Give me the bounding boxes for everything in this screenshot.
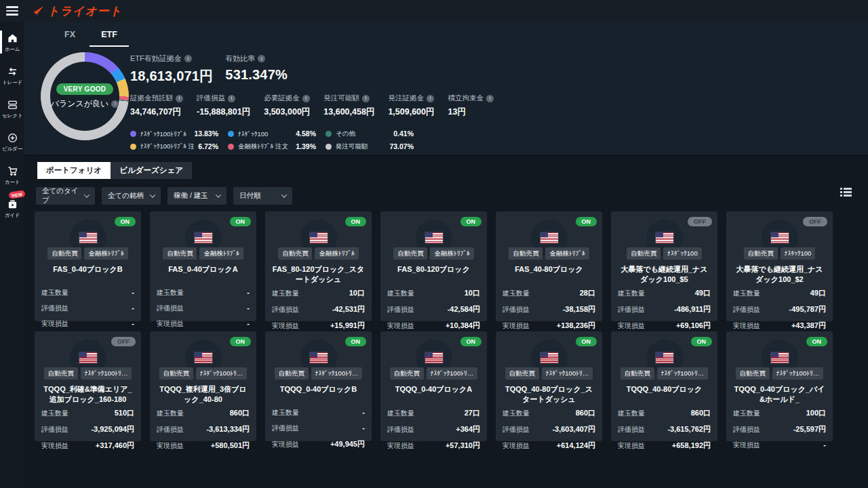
legend-item: 発注可能額 73.07% (326, 141, 414, 152)
list-view-icon[interactable] (840, 187, 852, 200)
strategy-card[interactable]: ON 自動売買 ﾅｽﾀﾞｯｸ100ﾄﾘ… TQQQ_40-80ブロック 建玉数量… (611, 331, 717, 441)
tab-builders-share[interactable]: ビルダーズシェア (111, 162, 192, 179)
card-chips: 自動売買 金融株ﾄﾘﾌﾟﾙ (41, 247, 134, 260)
instrument-chip: 金融株ﾄﾘﾌﾟﾙ (84, 247, 127, 260)
filter-symbol-dropdown[interactable]: 全ての銘柄 (102, 187, 161, 205)
realized-label: 実現損益 (387, 321, 414, 331)
top-header: トライオート (0, 0, 868, 22)
strategy-card[interactable]: ON 自動売買 金融株ﾄﾘﾌﾟﾙ FAS_0-40ブロックA 建玉数量- 評価損… (150, 211, 256, 321)
legend-color-dot (228, 131, 234, 137)
info-icon[interactable]: i (486, 95, 494, 102)
tab-etf[interactable]: ETF (90, 30, 129, 47)
card-title: FAS_0-40ブロックB (41, 264, 134, 285)
card-stats: 建玉数量10口 評価損益-42,584円 実現損益+10,384円 (387, 285, 480, 333)
legend-color-dot (130, 144, 136, 150)
info-icon[interactable]: i (184, 55, 192, 62)
realized-label: 実現損益 (733, 321, 760, 331)
strategy-card[interactable]: OFF 自動売買 ﾅｽﾀﾞｯｸ100 大暴落でも継続運用_ナスダック100_$5… (611, 211, 717, 321)
unrealized-value: - (362, 424, 365, 432)
sidebar-item-guide[interactable]: NEW ガイド (0, 192, 24, 226)
strategy-card[interactable]: ON 自動売買 ﾅｽﾀﾞｯｸ100ﾄﾘ… TQQQ_0-40ブロックB 建玉数量… (265, 331, 372, 441)
instrument-chip: ﾅｽﾀﾞｯｸ100ﾄﾘ… (311, 367, 362, 380)
brand-logo[interactable]: トライオート (33, 3, 122, 19)
realized-value: - (823, 441, 826, 449)
tab-portfolio[interactable]: ポートフォリオ (37, 162, 111, 179)
card-title: FAS_40-80ブロック (502, 264, 595, 285)
info-icon[interactable]: i (362, 95, 370, 102)
instrument-chip: 金融株ﾄﾘﾌﾟﾙ (199, 247, 243, 260)
unrealized-label: 評価損益 (41, 304, 68, 313)
filter-type-dropdown[interactable]: 全てのタイプ (36, 187, 95, 205)
filter-status-dropdown[interactable]: 稼働 / 建玉 (167, 187, 226, 205)
unrealized-label: 評価損益 (272, 305, 299, 314)
qty-label: 建玉数量 (387, 289, 414, 298)
strategy-card[interactable]: ON 自動売買 金融株ﾄﾘﾌﾟﾙ FAS_0-40ブロックB 建玉数量- 評価損… (35, 211, 141, 321)
realized-value: - (247, 319, 250, 327)
strategy-card[interactable]: ON 自動売買 ﾅｽﾀﾞｯｸ100ﾄﾘ… TQQQ_0-40ブロックA 建玉数量… (380, 331, 487, 441)
unrealized-label: 評価損益 (387, 425, 414, 434)
auto-trade-chip: 自動売買 (163, 247, 197, 260)
qty-label: 建玉数量 (272, 289, 299, 298)
unrealized-label: 評価損益 (387, 305, 414, 314)
card-title: TQQQ_0-40ブロック_バイ&ホールド_ (733, 384, 826, 405)
sidebar-item-select[interactable]: セレクト (0, 93, 24, 126)
instrument-chip: ﾅｽﾀﾞｯｸ100ﾄﾘ… (196, 367, 247, 380)
trade-arrows-icon (7, 66, 18, 77)
qty-value: - (362, 408, 365, 416)
unrealized-label: 評価損益 (272, 424, 299, 433)
strategy-card[interactable]: ON 自動売買 ﾅｽﾀﾞｯｸ100ﾄﾘ… TQQQ_複利運用_3倍ブロック_40… (150, 331, 256, 441)
instrument-chip: 金融株ﾄﾘﾌﾟﾙ (545, 247, 589, 260)
instrument-chip: ﾅｽﾀﾞｯｸ100ﾄﾘ… (427, 367, 477, 380)
realized-label: 実現損益 (41, 319, 68, 329)
unrealized-value: -42,584円 (448, 304, 480, 314)
strategy-card[interactable]: ON 自動売買 金融株ﾄﾘﾌﾟﾙ FAS_80-120ブロック_スタートダッシュ… (265, 211, 372, 321)
info-icon[interactable]: i (228, 95, 235, 102)
filter-sort-dropdown[interactable]: 日付順 (233, 187, 292, 205)
realized-value: +317,460円 (96, 441, 134, 451)
sidebar-item-home[interactable]: ホーム (0, 26, 24, 60)
strategy-card[interactable]: ON 自動売買 金融株ﾄﾘﾌﾟﾙ FAS_80-120ブロック 建玉数量10口 … (380, 211, 487, 321)
realized-value: +658,192円 (672, 441, 711, 451)
unrealized-label: 評価損益 (41, 425, 68, 434)
strategy-card[interactable]: ON 自動売買 ﾅｽﾀﾞｯｸ100ﾄﾘ… TQQQ_0-40ブロック_バイ&ホー… (726, 331, 833, 441)
info-icon[interactable]: i (176, 95, 183, 102)
qty-label: 建玉数量 (618, 289, 645, 298)
info-icon[interactable]: i (302, 95, 310, 102)
realized-value: +43,387円 (791, 321, 826, 331)
sidebar-item-builder[interactable]: ビルダー (0, 126, 24, 159)
status-badge: OFF (688, 217, 712, 226)
auto-trade-chip: 自動売買 (393, 247, 427, 260)
instrument-chip: 金融株ﾄﾘﾌﾟﾙ (430, 247, 473, 260)
strategy-card[interactable]: ON 自動売買 金融株ﾄﾘﾌﾟﾙ FAS_40-80ブロック 建玉数量28口 評… (496, 211, 602, 321)
stat-etf-margin: ETF有効証拠金i 18,613,071円 (130, 54, 213, 85)
card-stats: 建玉数量100口 評価損益-25,597円 実現損益- (733, 405, 826, 453)
unrealized-label: 評価損益 (618, 425, 645, 434)
info-icon[interactable]: i (258, 55, 265, 62)
info-icon[interactable]: i (427, 95, 434, 102)
auto-trade-chip: 自動売買 (736, 367, 770, 380)
card-chips: 自動売買 ﾅｽﾀﾞｯｸ100ﾄﾘ… (272, 367, 365, 380)
auto-trade-chip: 自動売買 (744, 247, 778, 260)
card-title: TQQQ_複利運用_3倍ブロック_40-80 (157, 384, 250, 405)
strategy-card[interactable]: OFF 自動売買 ﾅｽﾀｯｸ100 大暴落でも継続運用_ナスダック100_$2 … (726, 211, 833, 321)
hamburger-menu-icon[interactable] (0, 0, 24, 22)
sidebar-item-trade[interactable]: トレード (0, 60, 24, 93)
donut-center: VERY GOOD バランスが良い i (41, 52, 129, 140)
realized-value: +614,124円 (557, 441, 595, 451)
info-icon[interactable]: i (111, 100, 119, 108)
realized-value: - (132, 319, 134, 327)
strategy-card[interactable]: ON 自動売買 ﾅｽﾀﾞｯｸ100ﾄﾘ… TQQQ_40-80ブロック_スタート… (496, 331, 602, 441)
portfolio-section: ポートフォリオ ビルダーズシェア 全てのタイプ 全ての銘柄 稼働 / 建玉 日付… (24, 156, 868, 488)
realized-label: 実現損益 (41, 441, 68, 451)
stat-margin-ratio: 有効比率i 531.347% (225, 54, 288, 85)
qty-label: 建玉数量 (618, 409, 645, 418)
tab-fx[interactable]: FX (50, 30, 90, 47)
card-title: 大暴落でも継続運用_ナスダック100_$2 (733, 264, 826, 285)
sidebar-item-cart[interactable]: カート (0, 159, 24, 192)
stat-required-margin: 必要証拠金i 3,503,000円 (264, 94, 310, 118)
stat-orderable-amount: 発注可能額i 13,600,458円 (323, 94, 374, 118)
strategy-card[interactable]: OFF 自動売買 ﾅｽﾀﾞｯｸ100ﾄﾘ… TQQQ_利確&準備エリア_追加ブロ… (35, 331, 141, 441)
status-badge: OFF (803, 217, 827, 226)
card-stats: 建玉数量510口 評価損益-3,925,094円 実現損益+317,460円 (41, 405, 134, 453)
stat-unrealized-pl: 評価損益i -15,888,801円 (197, 94, 250, 118)
